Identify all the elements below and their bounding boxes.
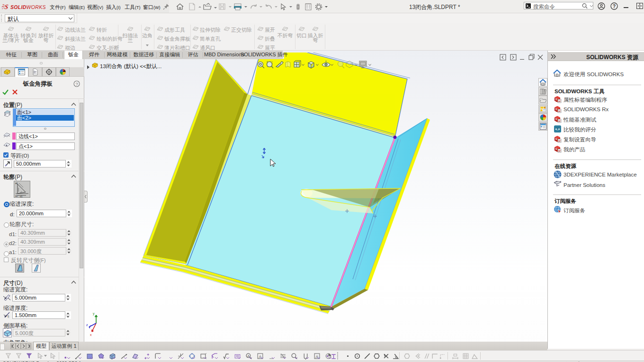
svg-text:d2: d2: [15, 194, 18, 197]
svg-text:S: S: [555, 108, 557, 111]
svg-text:S: S: [555, 118, 557, 121]
svg-text:a1: a1: [15, 182, 18, 185]
svg-text:S: S: [555, 148, 557, 150]
svg-text:S: S: [555, 98, 557, 101]
svg-text:S: S: [555, 138, 557, 141]
svg-text:T:: T:: [7, 315, 10, 318]
svg-text:d1: d1: [20, 195, 23, 197]
svg-text:?: ?: [76, 81, 78, 87]
svg-text:z: z: [86, 323, 88, 327]
svg-text:y: y: [93, 312, 95, 316]
svg-text:x: x: [90, 333, 92, 336]
